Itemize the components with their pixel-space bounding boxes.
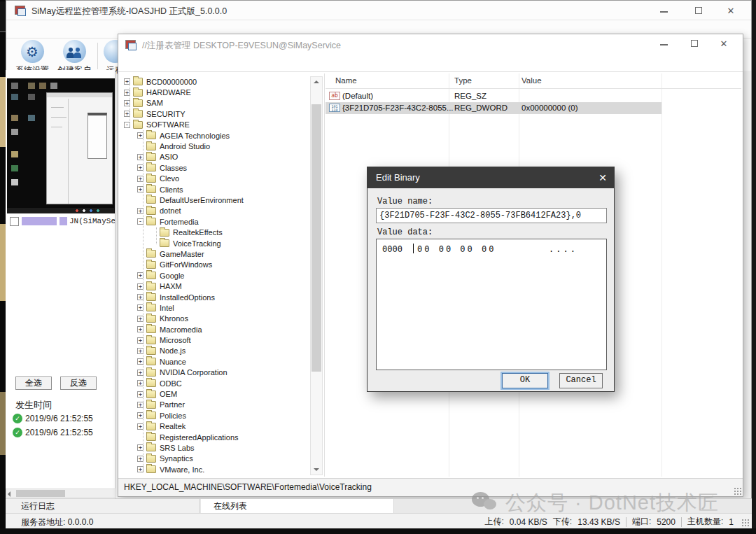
tree-item[interactable]: GitForWindows [121,260,309,270]
registry-titlebar[interactable]: //注册表管理 DESKTOP-E9VESUN@SiMayService ✕ [118,34,743,55]
host-list-item[interactable]: JN(SiMaySe [7,214,115,228]
tab-online-list[interactable]: 在线列表 [201,499,394,514]
registry-value-row[interactable]: ab (Default) REG_SZ [326,90,741,102]
tree-item[interactable]: + BCD00000000 [121,76,309,87]
tree-item[interactable]: + Classes [121,162,309,173]
server-address-label: 服务器地址: [21,517,65,527]
log-time: 2019/9/6 21:52:55 [25,414,93,423]
sidebar-horizontal-scrollbar[interactable] [6,489,115,498]
ok-button[interactable]: OK [502,373,548,388]
event-log-list: 2019/9/6 21:52:55 2019/9/6 21:52:55 [13,412,114,440]
tree-item[interactable]: + HAXM [121,281,309,291]
tree-item[interactable]: + Clients [121,184,309,195]
tree-item[interactable]: + dotnet [121,206,309,216]
column-header-value[interactable]: Value [522,76,542,85]
tree-item[interactable]: + Khronos [121,314,309,324]
hex-editor[interactable]: 0000 00 00 00 00 .... [376,239,607,370]
tree-item-label: Nuance [160,358,186,366]
cancel-button[interactable]: Cancel [559,373,603,388]
tree-item[interactable]: + NVIDIA Corporation [121,367,309,378]
registry-minimize-button[interactable] [653,38,674,50]
resize-grip[interactable] [734,487,741,495]
close-button[interactable]: ✕ [720,5,741,17]
tree-item[interactable]: + AGEIA Technologies [121,130,309,141]
tree-item[interactable]: - Fortemedia [121,216,309,227]
scrollbar-thumb[interactable] [312,104,321,372]
tree-item[interactable]: + SAM [121,98,309,108]
tree-item[interactable]: + SECURITY [121,108,309,119]
dialog-close-button[interactable] [598,171,607,184]
scroll-left-icon[interactable] [8,491,10,497]
tree-item[interactable]: + Nuance [121,356,309,367]
tree-item[interactable]: VoiceTracking [121,238,309,248]
scroll-up-icon[interactable] [314,80,319,83]
tab-run-log[interactable]: 运行日志 [6,499,200,514]
tree-item[interactable]: - SOFTWARE [121,120,309,130]
host-checkbox[interactable] [10,217,19,226]
tree-item[interactable]: RealtekEffects [121,227,309,237]
tree-item[interactable]: + Partner [121,400,309,410]
hex-bytes[interactable]: 00 00 00 00 [417,244,496,254]
download-value: 13.43 KB/S [578,517,620,527]
tree-item[interactable]: Android Studio [121,141,309,151]
tree-item-label: Realtek [160,422,186,430]
tree-item[interactable]: + SRS Labs [121,442,309,453]
screen: SiMay远程监控管理系统-IOASJHD 正式版_5.0.0.0 ✕ ⚙ 系统… [0,0,756,534]
folder-icon [146,444,156,451]
tree-item-label: Clevo [160,174,179,183]
tree-item[interactable]: DefaultUserEnvironment [121,195,309,205]
users-icon [63,40,86,63]
column-header-name[interactable]: Name [335,76,357,85]
registry-close-button[interactable]: ✕ [713,38,734,50]
tree-item[interactable]: + Intel [121,302,309,313]
scrollbar-thumb[interactable] [16,490,65,497]
tree-item[interactable]: + InstalledOptions [121,292,309,302]
tree-item[interactable]: + Macromedia [121,324,309,335]
tree-item-label: HAXM [160,282,182,290]
tree-item[interactable]: + Google [121,270,309,281]
folder-icon [146,272,156,279]
folder-icon [160,239,169,247]
log-time: 2019/9/6 21:52:55 [25,428,93,437]
tree-item[interactable]: + Realtek [121,421,309,432]
resize-grip[interactable] [741,519,749,526]
folder-icon [146,164,156,171]
tree-item[interactable]: + OEM [121,388,309,399]
select-all-button[interactable]: 全选 [15,377,52,390]
tree-item[interactable]: + ODBC [121,378,309,388]
dialog-titlebar[interactable]: Edit Binary [368,167,614,188]
tree-item[interactable]: RegisteredApplications [121,432,309,442]
value-name-input[interactable]: {3F21D705-F23F-43C2-8055-73FB6412FA23},0 [376,208,607,223]
tree-item[interactable]: + Node.js [121,346,309,356]
log-entry[interactable]: 2019/9/6 21:52:55 [13,412,114,426]
tree-item-label: Fortemedia [160,218,199,226]
tree-item[interactable]: + HARDWARE [121,87,309,97]
column-header-type[interactable]: Type [454,76,472,85]
invert-select-button[interactable]: 反选 [60,377,97,390]
tree-item[interactable]: + ASIO [121,152,309,162]
panel-divider [324,73,325,477]
value-type-icon: 101 110 [329,104,340,112]
registry-value-row[interactable]: 101 110 {3F21D705-F23F-43C2-8055... REG_… [326,102,741,114]
tree-item[interactable]: + Policies [121,410,309,421]
folder-icon [146,423,156,430]
tree-vertical-scrollbar[interactable] [310,76,323,475]
thumbnail-dialog [88,113,107,159]
main-titlebar[interactable]: SiMay远程监控管理系统-IOASJHD 正式版_5.0.0.0 ✕ [6,1,751,20]
folder-icon [146,358,156,365]
folder-icon [133,110,143,118]
separator [681,517,682,527]
tree-item[interactable]: + Microsoft [121,335,309,345]
tree-item[interactable]: + VMware, Inc. [121,464,309,475]
tree-item[interactable]: GameMaster [121,248,309,259]
log-entry[interactable]: 2019/9/6 21:52:55 [13,426,114,440]
registry-maximize-button[interactable] [684,38,705,50]
redacted-text [59,217,67,225]
scroll-down-icon[interactable] [314,468,319,471]
tree-item[interactable]: + Clevo [121,174,309,184]
tree-item[interactable]: + Synaptics [121,454,309,464]
minimize-button[interactable] [653,5,674,17]
tree-item-label: HARDWARE [146,88,191,97]
maximize-button[interactable] [688,5,709,17]
remote-desktop-thumbnail[interactable] [7,78,115,213]
